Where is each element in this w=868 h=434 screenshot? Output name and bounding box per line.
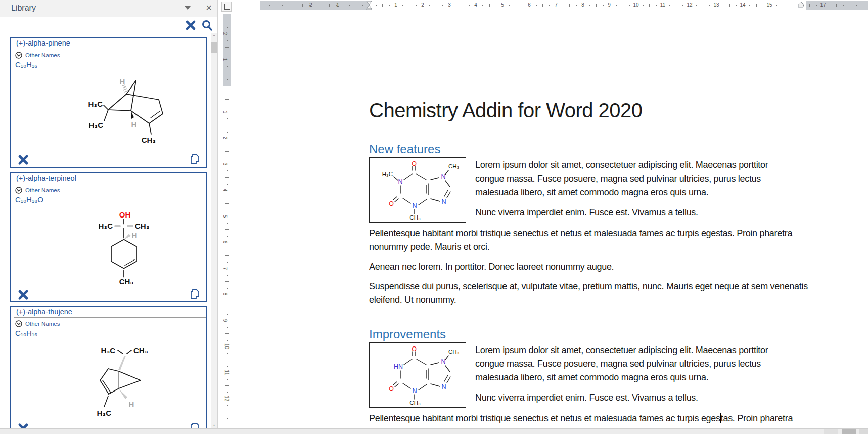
ruler-label: 11 [660,2,665,8]
svg-text:N: N [412,202,417,209]
svg-text:CH₃: CH₃ [119,277,134,286]
delete-compound-icon[interactable] [18,289,29,300]
ruler-label: 1 [336,2,339,8]
bottom-edge-strip [0,428,868,434]
caffeine-structure-image[interactable]: O O N N N N H₃C CH₃ CH₃ [369,157,466,223]
search-clear-icon[interactable] [184,19,197,32]
ruler-label: 7 [222,267,228,270]
svg-text:N: N [441,198,446,205]
ruler-label: 5 [501,2,504,8]
svg-text:H₃C: H₃C [382,171,393,177]
ruler-label: 11 [224,370,230,375]
copy-compound-icon[interactable] [189,153,200,165]
compound-name-field [14,38,206,49]
other-names-label: Other Names [25,321,60,327]
ruler-label: 2 [222,32,228,35]
section-row: O O HN N N N CH₃ CH₃ Lorem ipsum dolor s… [369,342,814,408]
svg-text:CH₃: CH₃ [409,214,421,221]
compound-name-field [14,173,206,184]
svg-text:H₃C: H₃C [88,121,103,129]
document-page[interactable]: Chemistry Addin for Word 2020 New featur… [232,10,868,434]
pane-close-icon[interactable]: ✕ [206,3,212,13]
ruler-label: 2 [309,2,312,8]
cutoff-ui-fragment [824,429,838,434]
svg-text:HN: HN [394,363,403,370]
pane-scrollbar[interactable]: ⌃ ⌄ [211,33,217,428]
svg-text:N: N [441,358,445,365]
scrollbar-thumb[interactable] [211,42,217,53]
horizontal-ruler: 2112345678910111213141517 [260,1,868,10]
section-side-text: Lorem ipsum dolor sit amet, consectetuer… [475,157,779,223]
scroll-up-icon[interactable]: ⌃ [211,33,217,41]
other-names-expander[interactable]: Other Names [15,51,60,59]
ruler-label: 2 [222,137,228,140]
compound-formula: C₁₀H₁₆ [15,329,37,337]
svg-text:N: N [441,173,445,180]
compound-name-input[interactable] [14,307,208,316]
compound-name-input[interactable] [14,38,208,48]
search-icon[interactable] [200,19,213,32]
svg-text:H₃C: H₃C [88,100,103,108]
compound-card-pinene: H H₃C H₃C H CH₃ Other Names C₁₀H₁₆ [10,37,207,168]
svg-text:O: O [412,345,417,353]
cutoff-ui-fragment [859,429,868,434]
library-search-bar [0,17,217,33]
paragraph: Suspendisse dui purus, scelerisque at, v… [369,280,814,307]
paragraph: Pellentesque habitant morbi tristique se… [369,227,814,254]
section-side-text: Lorem ipsum dolor sit amet, consectetuer… [475,342,779,408]
ruler-label: 13 [713,2,719,8]
document-title: Chemistry Addin for Word 2020 [369,99,814,122]
compound-card-list: H H₃C H₃C H CH₃ Other Names C₁₀H₁₆ [0,33,211,434]
ruler-label: 14 [740,2,745,8]
vertical-ruler: 21123456789101112 [223,14,231,434]
ruler-label: 4 [222,189,228,192]
theobromine-structure-image[interactable]: O O HN N N N CH₃ CH₃ [369,342,466,408]
other-names-label: Other Names [25,187,60,193]
svg-text:H: H [131,120,137,129]
library-pane-header: Library ✕ [0,0,217,17]
library-pane: Library ✕ [0,0,218,434]
tab-stop-L-icon [224,4,230,10]
svg-text:CH₃: CH₃ [448,349,460,355]
other-names-expander[interactable]: Other Names [15,186,60,194]
ruler-label: 3 [448,2,451,8]
paragraph: Lorem ipsum dolor sit amet, consectetuer… [475,343,779,384]
delete-compound-icon[interactable] [18,154,29,165]
caffeine-structure: O O N N N N H₃C CH₃ CH₃ [370,158,466,222]
chevron-down-circle-icon [15,320,22,327]
ruler-label: 12 [224,396,230,401]
other-names-label: Other Names [25,52,60,58]
theobromine-structure: O O HN N N N CH₃ CH₃ [370,343,466,407]
svg-text:H: H [132,231,138,240]
other-names-expander[interactable]: Other Names [15,320,60,328]
ruler-label: 7 [555,2,558,8]
compound-card-thujene: H₃C CH₃ H H₃C Other Names C₁₀H₁₆ [10,306,207,434]
ruler-label: 1 [394,2,397,8]
svg-text:CH₃: CH₃ [135,222,150,230]
tab-selector[interactable] [221,2,232,12]
paragraph: Nunc viverra imperdiet enim. Fusce est. … [475,206,779,220]
svg-text:H₃C: H₃C [101,346,115,355]
svg-text:H₃C: H₃C [97,409,111,417]
ruler-label: 8 [222,293,228,296]
paragraph: Lorem ipsum dolor sit amet, consectetuer… [475,158,779,199]
ruler-label: 1 [222,58,228,61]
app-window: Library ✕ [0,0,868,434]
svg-text:O: O [389,200,394,207]
compound-formula: C₁₀H₁₆ [15,60,37,69]
svg-text:O: O [412,160,417,167]
cutoff-ui-fragment [842,429,856,434]
compound-name-input[interactable] [14,173,208,183]
svg-text:OH: OH [119,210,131,219]
chevron-down-circle-icon [15,187,22,194]
scroll-down-icon[interactable]: ⌄ [211,421,217,428]
svg-text:CH₃: CH₃ [142,136,156,144]
compound-formula: C₁₀H₁₈O [15,195,43,204]
copy-compound-icon[interactable] [189,288,200,300]
search-input[interactable] [5,19,184,32]
pane-options-chevron-icon[interactable] [185,6,191,10]
svg-text:H: H [129,400,134,409]
right-indent-marker[interactable] [798,2,804,8]
svg-text:CH₃: CH₃ [133,346,148,355]
svg-text:N: N [441,383,446,390]
